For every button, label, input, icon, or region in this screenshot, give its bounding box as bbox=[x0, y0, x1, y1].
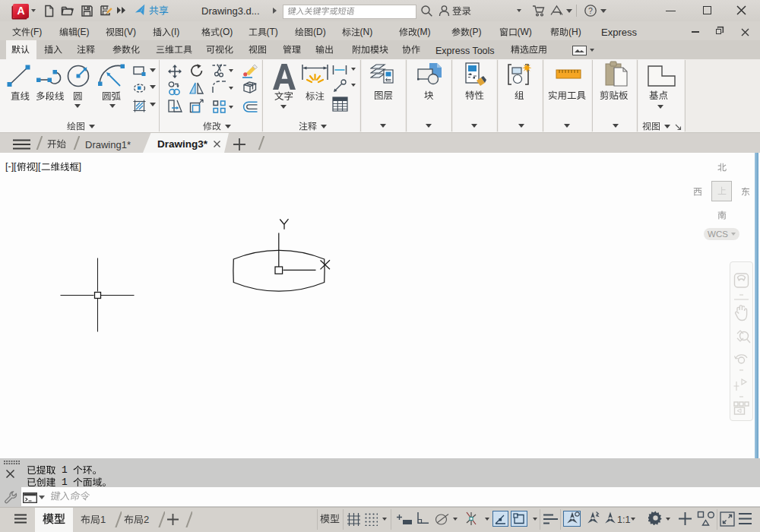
svg-text:?: ? bbox=[588, 6, 593, 15]
